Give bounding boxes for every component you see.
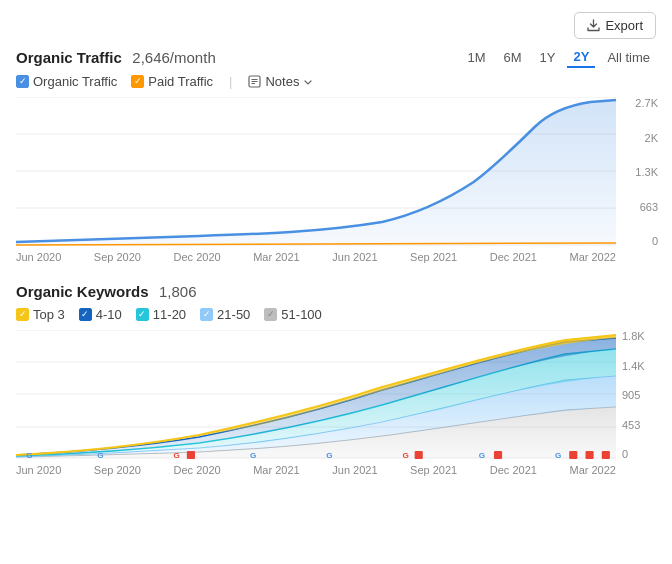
time-btn-1m[interactable]: 1M [461,48,491,67]
y-label: 663 [624,201,658,213]
y-label: 453 [622,419,656,431]
chart2-wrapper: G G G G G G G G Jun 2020 [16,330,656,492]
x-label: Jun 2020 [16,251,61,263]
y-label: 1.4K [622,360,656,372]
section1-title-group: Organic Traffic 2,646/month [16,49,216,67]
section1-header: Organic Traffic 2,646/month 1M 6M 1Y 2Y … [16,47,656,68]
x-label: Dec 2021 [490,464,537,476]
time-btn-2y[interactable]: 2Y [567,47,595,68]
x-label: Mar 2021 [253,251,299,263]
y-label: 2.7K [624,97,658,109]
x-label: Sep 2020 [94,251,141,263]
x-label: Dec 2021 [490,251,537,263]
legend-organic-traffic[interactable]: ✓ Organic Traffic [16,74,117,89]
notes-label: Notes [265,74,299,89]
svg-rect-27 [602,451,610,459]
time-btn-alltime[interactable]: All time [601,48,656,67]
time-btn-6m[interactable]: 6M [498,48,528,67]
checkbox-top3: ✓ [16,308,29,321]
section2-title-group: Organic Keywords 1,806 [16,283,197,301]
chart1-wrapper: Jun 2020 Sep 2020 Dec 2020 Mar 2021 Jun … [16,97,656,279]
x-label: Sep 2021 [410,251,457,263]
legend-21-50[interactable]: ✓ 21-50 [200,307,250,322]
svg-rect-26 [585,451,593,459]
chart1-area: Jun 2020 Sep 2020 Dec 2020 Mar 2021 Jun … [16,97,616,279]
x-label: Jun 2020 [16,464,61,476]
y-axis-1: 2.7K 2K 1.3K 663 0 [624,97,658,247]
y-label: 905 [622,389,656,401]
y-label: 1.3K [624,166,658,178]
organic-area-fill [16,100,616,245]
svg-text:G: G [326,451,332,460]
svg-text:G: G [479,451,485,460]
legend-organic-label: Organic Traffic [33,74,117,89]
x-label: Sep 2021 [410,464,457,476]
legend-top3-label: Top 3 [33,307,65,322]
legend-top3[interactable]: ✓ Top 3 [16,307,65,322]
chart2-svg: G G G G G G G G [16,330,616,460]
checkbox-organic: ✓ [16,75,29,88]
x-label: Jun 2021 [332,464,377,476]
section1-value: 2,646/month [132,49,215,66]
chart2: G G G G G G G G [16,330,616,460]
notes-button[interactable]: Notes [248,74,313,89]
legend-paid-traffic[interactable]: ✓ Paid Traffic [131,74,213,89]
chart1-svg [16,97,616,247]
x-label: Jun 2021 [332,251,377,263]
y-label: 0 [622,448,656,460]
svg-rect-23 [494,451,502,459]
svg-rect-21 [415,451,423,459]
checkbox-4-10: ✓ [79,308,92,321]
export-icon [587,19,600,32]
legend-divider: | [229,74,232,89]
legend-11-20-label: 11-20 [153,307,186,322]
svg-rect-17 [187,451,195,459]
section2-title: Organic Keywords [16,283,149,300]
legend2: ✓ Top 3 ✓ 4-10 ✓ 11-20 ✓ 21-50 ✓ 51 [16,307,656,322]
legend-21-50-label: 21-50 [217,307,250,322]
x-label: Mar 2021 [253,464,299,476]
checkbox-paid: ✓ [131,75,144,88]
section2-value: 1,806 [159,283,197,300]
checkbox-21-50: ✓ [200,308,213,321]
y-axis-2: 1.8K 1.4K 905 453 0 [622,330,656,460]
legend-11-20[interactable]: ✓ 11-20 [136,307,186,322]
svg-text:G: G [26,451,32,460]
checkbox-11-20: ✓ [136,308,149,321]
x-labels-1: Jun 2020 Sep 2020 Dec 2020 Mar 2021 Jun … [16,251,616,263]
svg-text:G: G [555,451,561,460]
legend-51-100[interactable]: ✓ 51-100 [264,307,321,322]
x-label: Mar 2022 [569,251,615,263]
section2: Organic Keywords 1,806 ✓ Top 3 ✓ 4-10 ✓ … [16,283,656,492]
legend-paid-label: Paid Traffic [148,74,213,89]
top-bar: Export [16,12,656,39]
checkbox-51-100: ✓ [264,308,277,321]
x-label: Dec 2020 [174,251,221,263]
chart1 [16,97,616,247]
chevron-down-icon [303,77,313,87]
time-filters: 1M 6M 1Y 2Y All time [461,47,656,68]
export-button[interactable]: Export [574,12,656,39]
legend1: ✓ Organic Traffic ✓ Paid Traffic | Notes [16,74,656,89]
notes-icon [248,75,261,88]
svg-rect-25 [569,451,577,459]
x-label: Sep 2020 [94,464,141,476]
section1-title: Organic Traffic [16,49,122,66]
svg-text:G: G [97,451,103,460]
x-labels-2: Jun 2020 Sep 2020 Dec 2020 Mar 2021 Jun … [16,464,616,476]
export-label: Export [605,18,643,33]
svg-text:G: G [402,451,408,460]
legend-51-100-label: 51-100 [281,307,321,322]
y-label: 1.8K [622,330,656,342]
x-label: Mar 2022 [569,464,615,476]
legend-4-10[interactable]: ✓ 4-10 [79,307,122,322]
chart2-area: G G G G G G G G Jun 2020 [16,330,616,492]
svg-text:G: G [250,451,256,460]
time-btn-1y[interactable]: 1Y [534,48,562,67]
y-label: 2K [624,132,658,144]
y-label: 0 [624,235,658,247]
x-label: Dec 2020 [174,464,221,476]
svg-text:G: G [174,451,180,460]
legend-4-10-label: 4-10 [96,307,122,322]
section2-header: Organic Keywords 1,806 [16,283,656,301]
